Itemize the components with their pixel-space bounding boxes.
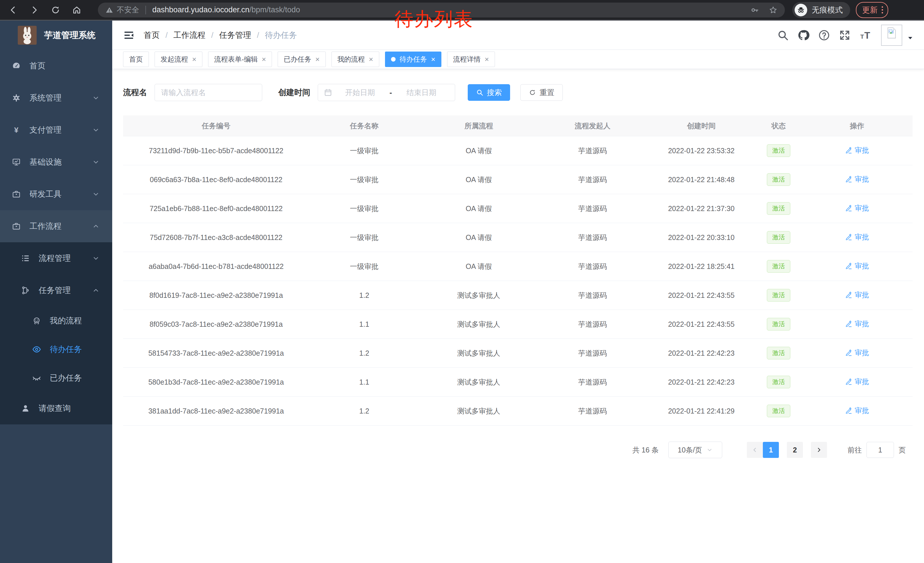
browser-home-button[interactable] xyxy=(69,2,85,18)
breadcrumb-separator: / xyxy=(257,31,260,40)
create-time-cell: 2022-01-21 22:42:23 xyxy=(647,339,756,368)
sidebar-collapse-icon[interactable] xyxy=(123,30,135,41)
calendar-icon xyxy=(324,88,332,97)
next-page-button[interactable] xyxy=(811,442,827,458)
page-number-button[interactable]: 1 xyxy=(763,442,779,458)
approve-link[interactable]: 审批 xyxy=(845,290,869,300)
topbar: 首页/工作流程/任务管理/待办任务 xyxy=(112,21,924,50)
flow-icon xyxy=(21,286,30,295)
approve-link[interactable]: 审批 xyxy=(845,319,869,329)
column-header: 任务编号 xyxy=(123,116,309,136)
table-row: 73211d9d-7b9b-11ec-b5b7-acde48001122 一级审… xyxy=(123,136,912,165)
person-icon xyxy=(21,404,30,413)
font-size-icon[interactable] xyxy=(859,29,872,41)
sidebar-item-首页[interactable]: 首页 xyxy=(0,50,112,82)
security-chip[interactable]: 不安全 xyxy=(105,5,139,15)
sidebar-item-支付管理[interactable]: 支付管理 xyxy=(0,114,112,146)
breadcrumb-item[interactable]: 任务管理 xyxy=(219,30,251,41)
action-cell: 审批 xyxy=(801,165,912,194)
breadcrumb-item[interactable]: 工作流程 xyxy=(174,30,206,41)
tab-close-icon[interactable]: × xyxy=(369,56,373,63)
status-cell: 激活 xyxy=(756,368,801,396)
task-id-cell: 725a1eb6-7b88-11ec-8ef0-acde48001122 xyxy=(123,194,309,223)
sidebar-item-待办任务[interactable]: 待办任务 xyxy=(0,335,112,364)
browser-update-button[interactable]: 更新 xyxy=(856,2,888,18)
reset-button[interactable]: 重置 xyxy=(520,84,563,101)
search-button[interactable]: 搜索 xyxy=(468,84,510,101)
github-icon[interactable] xyxy=(798,29,810,41)
fullscreen-icon[interactable] xyxy=(839,29,851,41)
approve-link[interactable]: 审批 xyxy=(845,406,869,415)
sidebar-item-基础设施[interactable]: 基础设施 xyxy=(0,146,112,178)
search-icon[interactable] xyxy=(777,29,789,41)
create-time-cell: 2022-01-21 22:43:55 xyxy=(647,281,756,310)
status-cell: 激活 xyxy=(756,310,801,339)
starter-cell: 芋道源码 xyxy=(538,396,647,426)
date-range-separator: - xyxy=(388,88,394,97)
tab-我的流程[interactable]: 我的流程 × xyxy=(332,51,379,67)
avatar[interactable] xyxy=(881,25,902,46)
page-size-select[interactable]: 10条/页 xyxy=(668,441,722,458)
edit-icon xyxy=(845,378,852,386)
prev-page-button[interactable] xyxy=(747,442,763,458)
approve-link[interactable]: 审批 xyxy=(845,377,869,386)
table-row: 725a1eb6-7b88-11ec-8ef0-acde48001122 一级审… xyxy=(123,194,912,223)
address-bar[interactable]: 不安全 dashboard.yudao.iocoder.cn/bpm/task/… xyxy=(98,3,785,18)
app-logo-row[interactable]: 芋道管理系统 xyxy=(0,21,112,50)
edit-icon xyxy=(845,407,852,414)
tab-close-icon[interactable]: × xyxy=(484,56,489,63)
password-key-icon[interactable] xyxy=(750,6,759,14)
sidebar-item-我的流程[interactable]: 我的流程 xyxy=(0,306,112,335)
status-cell: 激活 xyxy=(756,165,801,194)
sidebar-item-工作流程[interactable]: 工作流程 xyxy=(0,210,112,242)
tab-close-icon[interactable]: × xyxy=(315,56,320,63)
tab-流程详情[interactable]: 流程详情 × xyxy=(447,51,495,67)
tab-close-icon[interactable]: × xyxy=(262,56,266,63)
approve-link[interactable]: 审批 xyxy=(845,203,869,213)
avatar-caret-down-icon[interactable] xyxy=(907,35,914,42)
browser-menu-icon[interactable] xyxy=(882,6,883,14)
starter-cell: 芋道源码 xyxy=(538,165,647,194)
sidebar-item-任务管理[interactable]: 任务管理 xyxy=(0,274,112,306)
browser-reload-button[interactable] xyxy=(48,2,63,18)
tab-发起流程[interactable]: 发起流程 × xyxy=(154,51,202,67)
date-range-picker[interactable]: 开始日期 - 结束日期 xyxy=(318,84,455,101)
sidebar-item-已办任务[interactable]: 已办任务 xyxy=(0,364,112,392)
help-icon[interactable] xyxy=(818,29,830,41)
starter-cell: 芋道源码 xyxy=(538,310,647,339)
approve-link[interactable]: 审批 xyxy=(845,146,869,155)
browser-forward-button[interactable] xyxy=(26,2,42,18)
approve-link[interactable]: 审批 xyxy=(845,174,869,184)
app-logo-rabbit-icon xyxy=(18,26,37,45)
tab-首页[interactable]: 首页 xyxy=(123,51,149,67)
approve-link[interactable]: 审批 xyxy=(845,261,869,270)
breadcrumb-item[interactable]: 首页 xyxy=(144,30,160,41)
browser-back-button[interactable] xyxy=(5,2,21,18)
edit-icon xyxy=(845,176,852,183)
tab-close-icon[interactable]: × xyxy=(192,56,196,63)
sidebar-item-系统管理[interactable]: 系统管理 xyxy=(0,82,112,114)
process-name-input[interactable] xyxy=(154,84,262,101)
sidebar-item-研发工具[interactable]: 研发工具 xyxy=(0,178,112,210)
sidebar-item-流程管理[interactable]: 流程管理 xyxy=(0,242,112,274)
starter-cell: 芋道源码 xyxy=(538,194,647,223)
sidebar-item-请假查询[interactable]: 请假查询 xyxy=(0,392,112,424)
column-header: 创建时间 xyxy=(647,116,756,136)
table-row: 381aa1dd-7ac8-11ec-a9e2-a2380e71991a 1.2… xyxy=(123,396,912,426)
column-header: 操作 xyxy=(801,116,912,136)
status-badge: 激活 xyxy=(767,173,790,186)
task-name-cell: 1.2 xyxy=(309,396,419,426)
page-number-button[interactable]: 2 xyxy=(787,442,803,458)
bookmark-star-icon[interactable] xyxy=(769,6,777,14)
tab-已办任务[interactable]: 已办任务 × xyxy=(278,51,326,67)
starter-cell: 芋道源码 xyxy=(538,281,647,310)
approve-link[interactable]: 审批 xyxy=(845,232,869,242)
tab-流程表单-编辑[interactable]: 流程表单-编辑 × xyxy=(208,51,272,67)
tab-待办任务[interactable]: 待办任务 × xyxy=(385,51,441,67)
starter-cell: 芋道源码 xyxy=(538,223,647,252)
chevron-down-icon xyxy=(92,94,100,102)
goto-page-input[interactable] xyxy=(867,442,894,458)
approve-link[interactable]: 审批 xyxy=(845,348,869,357)
starter-cell: 芋道源码 xyxy=(538,339,647,368)
tab-close-icon[interactable]: × xyxy=(431,56,435,63)
